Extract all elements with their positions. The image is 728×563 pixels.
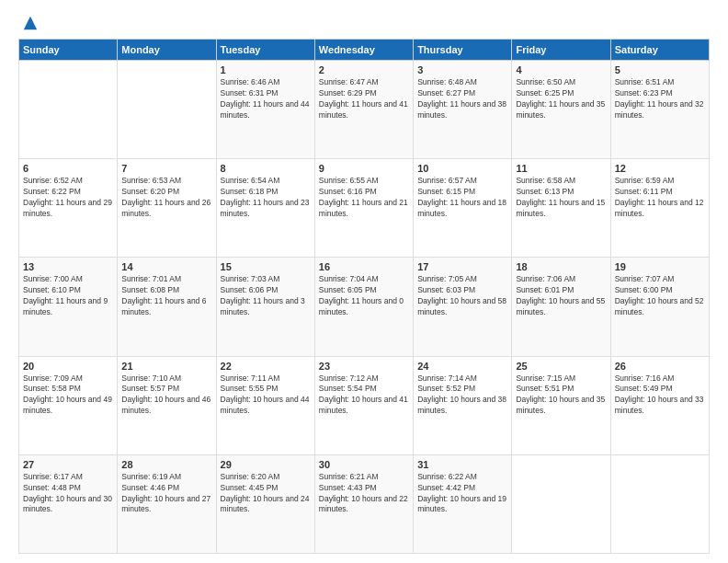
day-detail: Sunrise: 6:48 AM Sunset: 6:27 PM Dayligh… — [417, 77, 507, 121]
day-number: 8 — [221, 163, 311, 174]
day-number: 31 — [417, 459, 507, 470]
calendar-cell: 29Sunrise: 6:20 AM Sunset: 4:45 PM Dayli… — [216, 454, 314, 553]
day-number: 27 — [23, 459, 113, 470]
calendar-cell: 10Sunrise: 6:57 AM Sunset: 6:15 PM Dayli… — [414, 159, 512, 258]
day-detail: Sunrise: 7:07 AM Sunset: 6:00 PM Dayligh… — [615, 274, 705, 318]
calendar-week-4: 20Sunrise: 7:09 AM Sunset: 5:58 PM Dayli… — [19, 356, 710, 454]
day-detail: Sunrise: 6:53 AM Sunset: 6:20 PM Dayligh… — [121, 176, 211, 220]
day-detail: Sunrise: 6:21 AM Sunset: 4:43 PM Dayligh… — [319, 472, 409, 516]
day-detail: Sunrise: 6:52 AM Sunset: 6:22 PM Dayligh… — [23, 176, 113, 220]
day-detail: Sunrise: 6:17 AM Sunset: 4:48 PM Dayligh… — [23, 472, 113, 516]
day-detail: Sunrise: 6:19 AM Sunset: 4:46 PM Dayligh… — [121, 472, 211, 516]
calendar-cell: 2Sunrise: 6:47 AM Sunset: 6:29 PM Daylig… — [314, 61, 413, 159]
day-number: 9 — [319, 163, 409, 174]
day-detail: Sunrise: 7:09 AM Sunset: 5:58 PM Dayligh… — [23, 373, 113, 418]
calendar-cell: 21Sunrise: 7:10 AM Sunset: 5:57 PM Dayli… — [118, 356, 216, 454]
calendar-cell: 20Sunrise: 7:09 AM Sunset: 5:58 PM Dayli… — [19, 356, 118, 454]
day-number: 15 — [221, 261, 311, 272]
day-number: 24 — [417, 361, 507, 372]
day-number: 1 — [221, 64, 311, 75]
day-detail: Sunrise: 6:59 AM Sunset: 6:11 PM Dayligh… — [615, 176, 705, 220]
day-detail: Sunrise: 6:58 AM Sunset: 6:13 PM Dayligh… — [516, 176, 606, 220]
day-number: 23 — [319, 361, 409, 372]
header-day-friday: Friday — [512, 40, 610, 61]
day-detail: Sunrise: 7:00 AM Sunset: 6:10 PM Dayligh… — [23, 274, 113, 318]
day-number: 25 — [516, 361, 606, 372]
header-day-wednesday: Wednesday — [314, 40, 413, 61]
calendar-cell: 14Sunrise: 7:01 AM Sunset: 6:08 PM Dayli… — [118, 258, 216, 356]
calendar-cell: 6Sunrise: 6:52 AM Sunset: 6:22 PM Daylig… — [19, 159, 118, 258]
calendar-cell: 25Sunrise: 7:15 AM Sunset: 5:51 PM Dayli… — [512, 356, 610, 454]
day-number: 14 — [121, 261, 211, 272]
calendar-cell: 1Sunrise: 6:46 AM Sunset: 6:31 PM Daylig… — [216, 61, 314, 159]
calendar-week-2: 6Sunrise: 6:52 AM Sunset: 6:22 PM Daylig… — [19, 159, 710, 258]
calendar-cell: 7Sunrise: 6:53 AM Sunset: 6:20 PM Daylig… — [118, 159, 216, 258]
calendar-cell: 13Sunrise: 7:00 AM Sunset: 6:10 PM Dayli… — [19, 258, 118, 356]
day-detail: Sunrise: 7:04 AM Sunset: 6:05 PM Dayligh… — [319, 274, 409, 318]
calendar-cell: 31Sunrise: 6:22 AM Sunset: 4:42 PM Dayli… — [414, 454, 512, 553]
day-number: 11 — [516, 163, 606, 174]
calendar-cell: 26Sunrise: 7:16 AM Sunset: 5:49 PM Dayli… — [610, 356, 709, 454]
calendar-cell — [118, 61, 216, 159]
day-number: 13 — [23, 261, 113, 272]
logo-icon — [22, 15, 39, 31]
calendar-cell — [610, 454, 709, 553]
day-number: 26 — [615, 361, 705, 372]
calendar-table: SundayMondayTuesdayWednesdayThursdayFrid… — [18, 39, 710, 554]
day-detail: Sunrise: 6:20 AM Sunset: 4:45 PM Dayligh… — [221, 472, 311, 516]
day-detail: Sunrise: 6:51 AM Sunset: 6:23 PM Dayligh… — [615, 77, 705, 121]
svg-marker-0 — [24, 17, 37, 29]
header-day-tuesday: Tuesday — [216, 40, 314, 61]
calendar-cell: 3Sunrise: 6:48 AM Sunset: 6:27 PM Daylig… — [414, 61, 512, 159]
calendar-cell — [19, 61, 118, 159]
day-number: 6 — [23, 163, 113, 174]
calendar-week-5: 27Sunrise: 6:17 AM Sunset: 4:48 PM Dayli… — [19, 454, 710, 553]
header-day-saturday: Saturday — [610, 40, 709, 61]
header — [18, 15, 710, 31]
day-number: 20 — [23, 361, 113, 372]
calendar-week-3: 13Sunrise: 7:00 AM Sunset: 6:10 PM Dayli… — [19, 258, 710, 356]
calendar-cell: 28Sunrise: 6:19 AM Sunset: 4:46 PM Dayli… — [118, 454, 216, 553]
day-detail: Sunrise: 7:06 AM Sunset: 6:01 PM Dayligh… — [516, 274, 606, 318]
day-detail: Sunrise: 7:15 AM Sunset: 5:51 PM Dayligh… — [516, 373, 606, 418]
day-detail: Sunrise: 7:11 AM Sunset: 5:55 PM Dayligh… — [221, 373, 311, 418]
day-detail: Sunrise: 6:47 AM Sunset: 6:29 PM Dayligh… — [319, 77, 409, 121]
day-detail: Sunrise: 7:01 AM Sunset: 6:08 PM Dayligh… — [121, 274, 211, 318]
day-detail: Sunrise: 7:10 AM Sunset: 5:57 PM Dayligh… — [121, 373, 211, 418]
day-number: 21 — [121, 361, 211, 372]
calendar-cell: 4Sunrise: 6:50 AM Sunset: 6:25 PM Daylig… — [512, 61, 610, 159]
day-number: 19 — [615, 261, 705, 272]
calendar-header-row: SundayMondayTuesdayWednesdayThursdayFrid… — [19, 40, 710, 61]
day-number: 3 — [417, 64, 507, 75]
calendar-cell: 16Sunrise: 7:04 AM Sunset: 6:05 PM Dayli… — [314, 258, 413, 356]
calendar-cell: 9Sunrise: 6:55 AM Sunset: 6:16 PM Daylig… — [314, 159, 413, 258]
calendar-cell: 30Sunrise: 6:21 AM Sunset: 4:43 PM Dayli… — [314, 454, 413, 553]
calendar-cell: 27Sunrise: 6:17 AM Sunset: 4:48 PM Dayli… — [19, 454, 118, 553]
day-number: 22 — [221, 361, 311, 372]
calendar-cell: 8Sunrise: 6:54 AM Sunset: 6:18 PM Daylig… — [216, 159, 314, 258]
day-number: 18 — [516, 261, 606, 272]
day-number: 16 — [319, 261, 409, 272]
header-day-monday: Monday — [118, 40, 216, 61]
day-number: 28 — [121, 459, 211, 470]
page: SundayMondayTuesdayWednesdayThursdayFrid… — [0, 0, 728, 563]
day-number: 30 — [319, 459, 409, 470]
header-day-sunday: Sunday — [19, 40, 118, 61]
day-number: 29 — [221, 459, 311, 470]
day-detail: Sunrise: 7:12 AM Sunset: 5:54 PM Dayligh… — [319, 373, 409, 418]
calendar-cell: 12Sunrise: 6:59 AM Sunset: 6:11 PM Dayli… — [610, 159, 709, 258]
day-number: 17 — [417, 261, 507, 272]
day-number: 2 — [319, 64, 409, 75]
day-detail: Sunrise: 6:54 AM Sunset: 6:18 PM Dayligh… — [221, 176, 311, 220]
day-number: 4 — [516, 64, 606, 75]
calendar-cell: 18Sunrise: 7:06 AM Sunset: 6:01 PM Dayli… — [512, 258, 610, 356]
calendar-cell: 23Sunrise: 7:12 AM Sunset: 5:54 PM Dayli… — [314, 356, 413, 454]
day-detail: Sunrise: 7:14 AM Sunset: 5:52 PM Dayligh… — [417, 373, 507, 418]
calendar-cell: 5Sunrise: 6:51 AM Sunset: 6:23 PM Daylig… — [610, 61, 709, 159]
day-number: 10 — [417, 163, 507, 174]
day-detail: Sunrise: 7:16 AM Sunset: 5:49 PM Dayligh… — [615, 373, 705, 418]
day-detail: Sunrise: 7:03 AM Sunset: 6:06 PM Dayligh… — [221, 274, 311, 318]
day-number: 5 — [615, 64, 705, 75]
calendar-cell: 19Sunrise: 7:07 AM Sunset: 6:00 PM Dayli… — [610, 258, 709, 356]
day-number: 7 — [121, 163, 211, 174]
